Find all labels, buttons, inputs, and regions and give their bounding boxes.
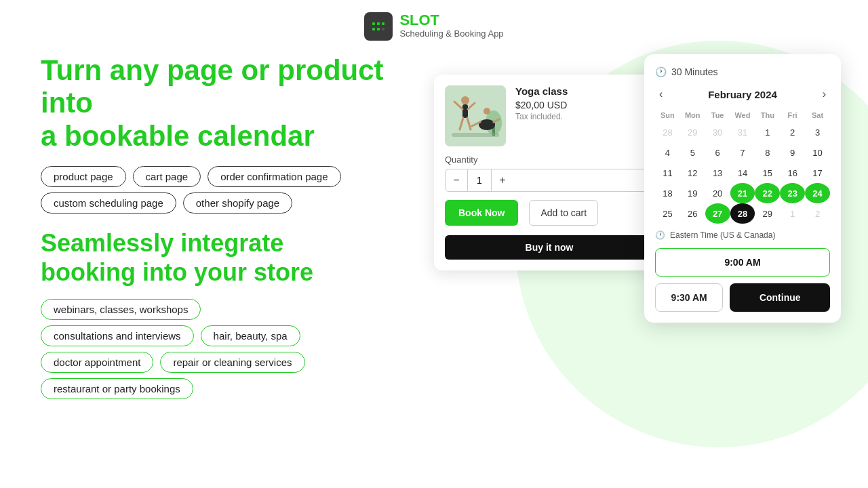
svg-point-17	[479, 119, 495, 130]
calendar-day[interactable]: 9	[780, 142, 805, 163]
day-header-wed: Wed	[730, 108, 755, 122]
day-header-sun: Sun	[655, 108, 680, 122]
tag-cart-page[interactable]: cart page	[133, 166, 201, 187]
calendar-day[interactable]: 8	[755, 142, 780, 163]
product-card: Yoga class $20,00 USD Tax included. Quan…	[434, 75, 665, 270]
svg-rect-3	[382, 22, 384, 25]
product-top: Yoga class $20,00 USD Tax included.	[445, 85, 654, 146]
prev-month-button[interactable]: ‹	[655, 87, 667, 102]
subheadline: Seamlessly integrate booking into your s…	[41, 228, 420, 287]
usecase-tags-row3: doctor appointment repair or cleaning se…	[41, 352, 420, 373]
calendar-day[interactable]: 12	[680, 163, 705, 183]
calendar-day[interactable]: 22	[755, 183, 780, 203]
calendar-nav: ‹ February 2024 ›	[655, 87, 830, 102]
main-content: Turn any page or product into a bookable…	[0, 47, 868, 405]
calendar-day[interactable]: 16	[780, 163, 805, 183]
calendar-day[interactable]: 26	[680, 203, 705, 224]
calendar-day[interactable]: 19	[680, 183, 705, 203]
calendar-day[interactable]: 4	[655, 142, 680, 163]
logo-name: SLOT	[399, 13, 503, 28]
svg-rect-4	[372, 28, 375, 30]
slot-logo-svg	[369, 17, 388, 36]
calendar-day: 1	[780, 203, 805, 224]
next-month-button[interactable]: ›	[818, 87, 830, 102]
product-info: Yoga class $20,00 USD Tax included.	[515, 85, 654, 146]
calendar-day: 28	[655, 122, 680, 142]
continue-button[interactable]: Continue	[730, 283, 830, 312]
clock-icon: 🕐	[655, 66, 667, 77]
svg-rect-11	[462, 104, 468, 118]
calendar-day[interactable]: 17	[805, 163, 830, 183]
day-header-thu: Thu	[755, 108, 780, 122]
usecase-tags-row4: restaurant or party bookings	[41, 378, 420, 399]
tag-consultations[interactable]: consultations and interviews	[41, 325, 194, 346]
day-header-tue: Tue	[705, 108, 730, 122]
calendar-day[interactable]: 3	[805, 122, 830, 142]
time-bottom-row: 9:30 AM Continue	[655, 283, 830, 312]
calendar-day: 2	[805, 203, 830, 224]
logo-icon	[364, 12, 393, 41]
add-to-cart-button[interactable]: Add to cart	[529, 200, 598, 226]
tag-other-shopify[interactable]: other shopify page	[183, 192, 292, 214]
tag-repair[interactable]: repair or cleaning services	[160, 352, 304, 373]
tag-custom-scheduling[interactable]: custom scheduling page	[41, 192, 176, 214]
calendar-day: 29	[680, 122, 705, 142]
calendar-day[interactable]: 13	[705, 163, 730, 183]
calendar-day[interactable]: 2	[780, 122, 805, 142]
calendar-day[interactable]: 23	[780, 183, 805, 203]
quantity-value: 1	[467, 169, 492, 191]
svg-rect-20	[452, 133, 499, 137]
usecase-tags-row2: consultations and interviews hair, beaut…	[41, 325, 420, 346]
quantity-increase[interactable]: +	[492, 169, 513, 191]
tag-hair-beauty[interactable]: hair, beauty, spa	[201, 325, 300, 346]
calendar-day[interactable]: 28	[730, 203, 755, 224]
page-tags-row2: custom scheduling page other shopify pag…	[41, 192, 420, 214]
svg-rect-5	[377, 28, 380, 30]
calendar-day[interactable]: 14	[730, 163, 755, 183]
calendar-day[interactable]: 24	[805, 183, 830, 203]
calendar-duration: 🕐 30 Minutes	[655, 66, 830, 77]
usecase-tags-row1: webinars, classes, workshops	[41, 299, 420, 320]
calendar-day[interactable]: 6	[705, 142, 730, 163]
quantity-label: Quantity	[445, 155, 654, 165]
timezone-row: 🕐 Eastern Time (US & Canada)	[655, 230, 830, 240]
calendar-day[interactable]: 5	[680, 142, 705, 163]
calendar-day: 31	[730, 122, 755, 142]
svg-point-10	[461, 96, 469, 104]
page-tags-row: product page cart page order confirmatio…	[41, 166, 420, 187]
calendar-day[interactable]: 11	[655, 163, 680, 183]
calendar-day[interactable]: 29	[755, 203, 780, 224]
product-price: $20,00 USD	[515, 100, 654, 110]
tag-product-page[interactable]: product page	[41, 166, 126, 187]
calendar-day[interactable]: 20	[705, 183, 730, 203]
day-header-sat: Sat	[805, 108, 830, 122]
tag-restaurant[interactable]: restaurant or party bookings	[41, 378, 193, 399]
calendar-day[interactable]: 15	[755, 163, 780, 183]
calendar-day[interactable]: 7	[730, 142, 755, 163]
tag-doctor[interactable]: doctor appointment	[41, 352, 153, 373]
calendar-day[interactable]: 18	[655, 183, 680, 203]
quantity-decrease[interactable]: −	[446, 169, 467, 191]
product-name: Yoga class	[515, 85, 654, 97]
calendar-day: 30	[705, 122, 730, 142]
time-slot-930am[interactable]: 9:30 AM	[655, 283, 723, 312]
header: SLOT Scheduling & Booking App	[0, 0, 868, 47]
svg-rect-2	[377, 22, 380, 25]
logo-subtitle: Scheduling & Booking App	[399, 28, 503, 40]
buy-now-button[interactable]: Buy it now	[445, 235, 654, 260]
tag-order-confirmation[interactable]: order confirmation page	[208, 166, 340, 187]
calendar-day[interactable]: 25	[655, 203, 680, 224]
book-now-button[interactable]: Book Now	[445, 200, 518, 226]
svg-point-16	[484, 108, 490, 115]
calendar-grid: Sun Mon Tue Wed Thu Fri Sat 282930311234…	[655, 108, 830, 224]
day-header-fri: Fri	[780, 108, 805, 122]
calendar-month: February 2024	[708, 89, 777, 100]
quantity-control: − 1 +	[445, 169, 654, 192]
calendar-day[interactable]: 10	[805, 142, 830, 163]
calendar-day[interactable]: 1	[755, 122, 780, 142]
calendar-day[interactable]: 21	[730, 183, 755, 203]
product-tax: Tax included.	[515, 112, 654, 121]
tag-webinars[interactable]: webinars, classes, workshops	[41, 299, 201, 320]
calendar-day[interactable]: 27	[705, 203, 730, 224]
time-slot-9am[interactable]: 9:00 AM	[655, 248, 830, 277]
